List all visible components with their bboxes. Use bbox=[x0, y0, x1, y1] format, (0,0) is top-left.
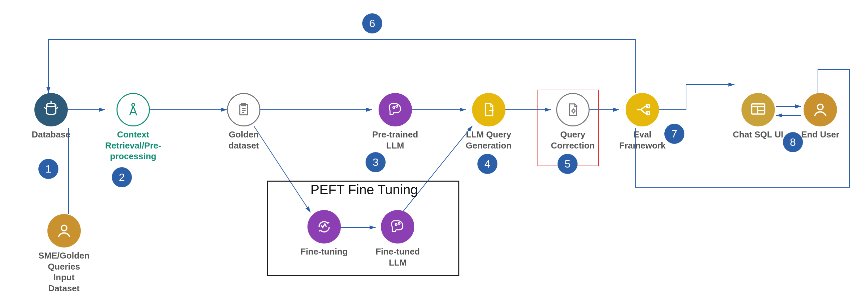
svg-point-10 bbox=[817, 104, 823, 110]
branch-icon bbox=[626, 93, 659, 127]
step-badge-3: 3 bbox=[366, 152, 385, 172]
node-label: Eval Framework bbox=[619, 129, 666, 151]
step-badge-8: 8 bbox=[783, 132, 803, 152]
user-icon bbox=[48, 214, 81, 247]
node-label: Chat SQL UI bbox=[733, 129, 783, 140]
node-end-user: End User bbox=[801, 93, 839, 140]
node-database: Database bbox=[32, 93, 70, 140]
database-icon bbox=[34, 93, 68, 127]
node-label: Golden dataset bbox=[228, 129, 259, 151]
step-badge-4: 4 bbox=[477, 154, 497, 174]
svg-rect-7 bbox=[647, 105, 649, 107]
svg-rect-9 bbox=[751, 104, 765, 114]
step-badge-5: 5 bbox=[558, 154, 578, 174]
node-eval-framework: Eval Framework bbox=[619, 93, 666, 151]
node-label: End User bbox=[801, 129, 839, 140]
node-label: SME/Golden Queries Input Dataset bbox=[38, 250, 90, 294]
node-label: Context Retrieval/Pre- processing bbox=[105, 129, 161, 162]
node-label: LLM Query Generation bbox=[466, 129, 512, 151]
node-label: Pre-trained LLM bbox=[372, 129, 418, 151]
svg-point-0 bbox=[46, 103, 56, 107]
node-pretrained-llm: Pre-trained LLM bbox=[372, 93, 418, 151]
step-badge-6: 6 bbox=[362, 14, 382, 33]
node-llm-query-gen: LLM Query Generation bbox=[466, 93, 512, 151]
svg-rect-8 bbox=[647, 112, 649, 114]
node-sme-input: SME/Golden Queries Input Dataset bbox=[38, 214, 90, 294]
node-label: Database bbox=[32, 129, 70, 140]
node-golden-dataset: Golden dataset bbox=[227, 93, 260, 151]
step-badge-7: 7 bbox=[664, 124, 684, 144]
node-chat-sql-ui: Chat SQL UI bbox=[733, 93, 783, 140]
node-context-retrieval: Context Retrieval/Pre- processing bbox=[105, 93, 161, 162]
svg-point-1 bbox=[132, 103, 134, 106]
document-export-icon bbox=[472, 93, 505, 127]
user-icon bbox=[804, 93, 837, 127]
step-badge-2: 2 bbox=[112, 167, 132, 187]
svg-point-5 bbox=[396, 105, 397, 107]
compass-icon bbox=[117, 93, 150, 127]
peft-title: PEFT Fine Tuning bbox=[310, 182, 418, 197]
svg-point-11 bbox=[61, 225, 67, 231]
dashboard-icon bbox=[741, 93, 775, 127]
brain-gear-icon bbox=[379, 93, 412, 127]
clipboard-icon bbox=[227, 93, 260, 127]
svg-point-4 bbox=[393, 107, 394, 108]
step-badge-1: 1 bbox=[38, 159, 58, 179]
